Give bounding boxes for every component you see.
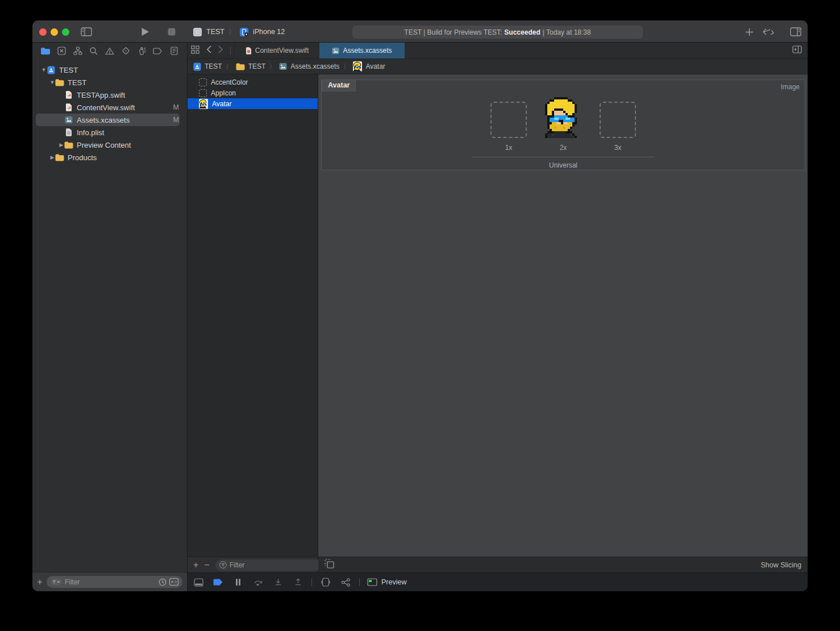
asset-item-avatar[interactable]: Avatar — [188, 98, 318, 109]
report-navigator-icon[interactable] — [168, 45, 180, 57]
run-button[interactable] — [138, 25, 152, 39]
navigator-filter-field[interactable] — [47, 576, 182, 588]
find-navigator-icon[interactable] — [88, 45, 100, 57]
tree-item-file[interactable]: TESTApp.swift — [32, 89, 187, 101]
project-navigator-icon[interactable] — [39, 45, 52, 57]
tree-item-label: TEST — [68, 78, 86, 87]
scale-label-3x: 3x — [600, 144, 636, 152]
tree-item-label: Products — [68, 153, 97, 162]
symbol-navigator-icon[interactable] — [72, 45, 84, 57]
swift-file-icon — [64, 90, 73, 99]
breakpoint-navigator-icon[interactable] — [152, 45, 164, 57]
tree-item-group[interactable]: ▶ Products — [32, 151, 187, 164]
source-control-navigator-icon[interactable] — [55, 45, 68, 57]
navigator-filter-bar: + — [32, 572, 187, 591]
chevron-down-icon[interactable]: ▼ — [41, 67, 47, 73]
test-navigator-icon[interactable] — [119, 45, 132, 57]
related-items-icon[interactable] — [191, 45, 199, 56]
toggle-inspectors-icon[interactable] — [789, 25, 802, 39]
image-well-1x[interactable] — [490, 102, 527, 138]
image-well-2x[interactable] — [545, 97, 581, 138]
pause-execution-icon[interactable] — [232, 576, 244, 588]
scheme-name: TEST — [206, 28, 224, 36]
minimize-window-button[interactable] — [51, 28, 58, 36]
tree-item-file[interactable]: Info.plist — [32, 126, 187, 139]
scheme-selector[interactable]: TEST 〉 iPhone 12 — [193, 26, 285, 38]
asset-item-accentcolor[interactable]: AccentColor — [188, 77, 318, 87]
tree-item-file-selected[interactable]: Assets.xcassets M — [32, 114, 187, 126]
jump-crumb[interactable]: Avatar — [365, 62, 385, 70]
folder-icon — [236, 63, 245, 70]
activity-status[interactable]: TEST | Build for Previews TEST: Succeede… — [352, 26, 643, 39]
breakpoints-toggle-icon[interactable] — [212, 576, 224, 588]
idiom-label: Universal — [549, 161, 577, 169]
empty-well — [600, 102, 636, 138]
tree-item-label: ContentView.swift — [77, 103, 135, 112]
stop-button[interactable] — [165, 25, 178, 39]
toggle-debug-area-icon[interactable] — [192, 576, 205, 588]
tree-item-project[interactable]: ▼ TEST — [32, 64, 187, 76]
step-out-icon[interactable] — [292, 576, 304, 588]
jump-crumb[interactable]: Assets.xcassets — [290, 62, 339, 70]
tree-item-label: TESTApp.swift — [77, 91, 125, 99]
chevron-down-icon[interactable]: ▼ — [49, 80, 55, 85]
avatar-thumbnail-icon — [353, 61, 362, 72]
add-asset-icon[interactable]: + — [193, 560, 198, 570]
run-destination: iPhone 12 — [253, 28, 285, 36]
add-file-icon[interactable]: + — [37, 576, 43, 588]
avatar-thumbnail-icon — [199, 99, 208, 109]
empty-asset-icon — [199, 89, 207, 97]
image-well-3x[interactable] — [600, 102, 636, 138]
asset-filter-field[interactable] — [215, 559, 322, 571]
modified-badge: M — [173, 103, 179, 111]
avatar-image — [545, 97, 581, 138]
xcode-window: TEST 〉 iPhone 12 TEST | Build for Previe… — [32, 20, 808, 591]
empty-well — [490, 102, 527, 138]
step-into-icon[interactable] — [272, 576, 284, 588]
slicing-mode-icon[interactable] — [325, 559, 334, 571]
tab-contentview[interactable]: ContentView.swift — [234, 43, 319, 58]
go-forward-icon[interactable] — [218, 45, 223, 56]
source-control-status-icon[interactable] — [169, 578, 178, 586]
tree-item-file[interactable]: ContentView.swift M — [32, 101, 187, 114]
tree-item-label: Preview Content — [77, 141, 131, 149]
tree-item-group[interactable]: ▼ TEST — [32, 76, 187, 89]
scheme-chevron: 〉 — [228, 27, 235, 37]
view-hierarchy-icon[interactable] — [339, 576, 352, 588]
recent-files-clock-icon[interactable] — [159, 578, 167, 586]
asset-catalog-icon — [332, 47, 339, 55]
jump-crumb[interactable]: TEST — [205, 62, 222, 70]
issue-navigator-icon[interactable] — [103, 45, 116, 57]
step-over-icon[interactable] — [252, 576, 264, 588]
preview-toggle[interactable]: Preview — [367, 578, 406, 586]
debug-navigator-icon[interactable] — [136, 45, 148, 57]
asset-item-appicon[interactable]: AppIcon — [188, 87, 318, 98]
crumb-separator: 〉 — [226, 62, 232, 72]
remove-asset-icon[interactable]: − — [204, 560, 209, 570]
add-editor-icon[interactable] — [792, 45, 802, 56]
toggle-navigator-icon[interactable] — [80, 25, 93, 39]
tab-assets[interactable]: Assets.xcassets — [319, 43, 405, 58]
navigator-panel: ▼ TEST ▼ TEST TESTA — [32, 43, 188, 591]
library-add-icon[interactable] — [742, 25, 756, 39]
asset-label: Avatar — [212, 100, 231, 108]
status-text-left: TEST | Build for Previews TEST: — [404, 28, 502, 36]
device-bezels-icon[interactable] — [319, 576, 332, 588]
asset-label: AccentColor — [211, 78, 248, 86]
navigator-filter-input[interactable] — [65, 578, 156, 586]
chevron-right-icon[interactable]: ▶ — [59, 142, 64, 148]
close-window-button[interactable] — [39, 28, 47, 36]
chevron-right-icon[interactable]: ▶ — [49, 154, 55, 160]
modified-badge: M — [173, 116, 179, 124]
tree-item-group[interactable]: ▶ Preview Content — [32, 139, 187, 151]
show-slicing-button[interactable]: Show Slicing — [760, 561, 801, 569]
jump-crumb[interactable]: TEST — [248, 62, 266, 70]
go-back-icon[interactable] — [206, 45, 211, 56]
crumb-separator: 〉 — [269, 62, 276, 72]
zoom-window-button[interactable] — [62, 28, 69, 36]
asset-filter-input[interactable] — [230, 561, 318, 569]
code-review-icon[interactable] — [762, 25, 775, 39]
jump-bar: TEST 〉 TEST 〉 Assets.xcassets 〉 Avatar — [188, 59, 808, 74]
crumb-separator: 〉 — [343, 62, 350, 72]
editor-tab-bar: ContentView.swift Assets.xcassets — [188, 43, 808, 59]
